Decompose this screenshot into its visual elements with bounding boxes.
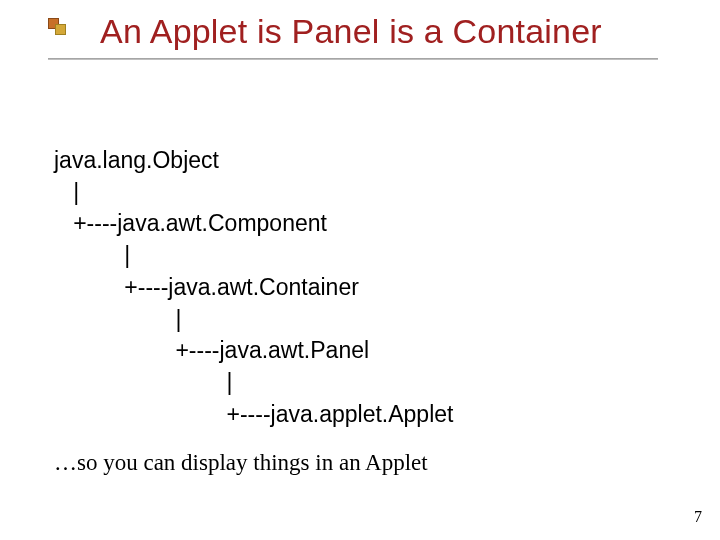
class-hierarchy: java.lang.Object | +----java.awt.Compone… bbox=[54, 145, 453, 431]
hierarchy-line: +----java.awt.Component bbox=[54, 208, 453, 240]
hierarchy-line: +----java.awt.Container bbox=[54, 272, 453, 304]
hierarchy-line: | bbox=[54, 177, 453, 209]
hierarchy-line: +----java.applet.Applet bbox=[54, 399, 453, 431]
hierarchy-line: java.lang.Object bbox=[54, 145, 453, 177]
hierarchy-line: | bbox=[54, 304, 453, 336]
hierarchy-line: | bbox=[54, 367, 453, 399]
title-underline bbox=[48, 58, 658, 60]
footnote-text: …so you can display things in an Applet bbox=[54, 450, 428, 476]
slide-title: An Applet is Panel is a Container bbox=[100, 12, 602, 51]
hierarchy-line: | bbox=[54, 240, 453, 272]
page-number: 7 bbox=[694, 508, 702, 526]
title-bullet-icon bbox=[48, 18, 66, 36]
hierarchy-line: +----java.awt.Panel bbox=[54, 335, 453, 367]
